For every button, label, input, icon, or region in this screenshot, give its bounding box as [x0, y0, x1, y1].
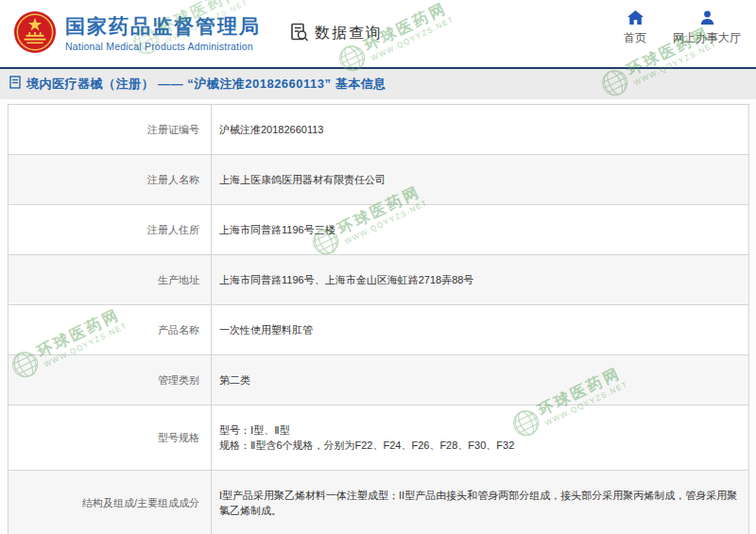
- row-value: 上海市同普路1196号三楼: [212, 205, 749, 255]
- row-label: 结构及组成/主要组成成分: [9, 471, 212, 534]
- row-value-text: 型号：Ⅰ型、Ⅱ型 规格：Ⅱ型含6个规格，分别为F22、F24、F26、F28、F…: [219, 424, 514, 451]
- row-value-text: I型产品采用聚乙烯材料一体注塑成型；II型产品由接头和管身两部分组成，接头部分采…: [219, 490, 737, 516]
- table-row: 产品名称 一次性使用塑料肛管: [9, 305, 749, 355]
- site-header: 国家药品监督管理局 National Medical Products Admi…: [0, 0, 756, 69]
- row-label: 注册证编号: [9, 105, 212, 155]
- breadcrumb-text: 境内医疗器械（注册） —— “沪械注准20182660113” 基本信息: [26, 76, 387, 93]
- row-label-text: 注册人住所: [147, 224, 199, 235]
- row-value-text: 沪械注准20182660113: [219, 124, 323, 135]
- user-icon: [700, 10, 714, 27]
- document-search-icon: [289, 22, 310, 46]
- row-label: 产品名称: [9, 305, 212, 355]
- row-label-text: 注册证编号: [147, 124, 199, 135]
- nav-home-label: 首页: [624, 30, 646, 46]
- table-row: 注册人住所 上海市同普路1196号三楼: [9, 205, 749, 255]
- breadcrumb: 境内医疗器械（注册） —— “沪械注准20182660113” 基本信息: [0, 69, 756, 99]
- row-value: 型号：Ⅰ型、Ⅱ型 规格：Ⅱ型含6个规格，分别为F22、F24、F26、F28、F…: [212, 405, 749, 471]
- row-label-text: 管理类别: [158, 374, 199, 386]
- row-value: I型产品采用聚乙烯材料一体注塑成型；II型产品由接头和管身两部分组成，接头部分采…: [212, 471, 749, 534]
- registration-detail-table: 注册证编号 沪械注准20182660113 注册人名称 上海上医康鸽医用器材有限…: [8, 104, 748, 534]
- org-title-block: 国家药品监督管理局 National Medical Products Admi…: [65, 15, 261, 52]
- page: 国家药品监督管理局 National Medical Products Admi…: [0, 0, 756, 534]
- row-value-text: 第二类: [219, 374, 250, 386]
- detail-table-body: 注册证编号 沪械注准20182660113 注册人名称 上海上医康鸽医用器材有限…: [9, 105, 749, 534]
- org-name-zh: 国家药品监督管理局: [65, 15, 261, 38]
- row-label: 注册人住所: [9, 205, 212, 255]
- table-row: 管理类别 第二类: [9, 355, 749, 405]
- row-value: 第二类: [212, 355, 749, 405]
- table-row: 注册证编号 沪械注准20182660113: [9, 105, 749, 155]
- nav-service-hall[interactable]: 网上办事大厅: [673, 10, 741, 46]
- national-emblem-logo-icon: [13, 10, 57, 58]
- nav-home[interactable]: 首页: [624, 10, 646, 46]
- row-value-text: 上海市同普路1196号、上海市金山区海虹路2718弄88号: [219, 274, 473, 285]
- home-icon: [627, 10, 644, 27]
- nav-service-hall-label: 网上办事大厅: [673, 30, 741, 46]
- row-label-text: 型号规格: [158, 432, 199, 443]
- row-label: 管理类别: [9, 355, 212, 405]
- row-value-text: 上海上医康鸽医用器材有限责任公司: [219, 174, 386, 185]
- row-value-text: 上海市同普路1196号三楼: [219, 224, 335, 235]
- table-row: 型号规格 型号：Ⅰ型、Ⅱ型 规格：Ⅱ型含6个规格，分别为F22、F24、F26、…: [9, 405, 749, 471]
- row-label: 注册人名称: [9, 155, 212, 205]
- row-value: 上海上医康鸽医用器材有限责任公司: [212, 155, 749, 205]
- table-row: 生产地址 上海市同普路1196号、上海市金山区海虹路2718弄88号: [9, 255, 749, 305]
- top-nav: 首页 网上办事大厅: [624, 10, 741, 46]
- row-value: 沪械注准20182660113: [212, 105, 749, 155]
- row-value: 一次性使用塑料肛管: [212, 305, 749, 355]
- document-icon: [9, 76, 21, 93]
- table-row: 注册人名称 上海上医康鸽医用器材有限责任公司: [9, 155, 749, 205]
- row-label-text: 生产地址: [158, 274, 199, 285]
- row-label-text: 产品名称: [158, 324, 199, 336]
- row-label-text: 结构及组成/主要组成成分: [82, 497, 199, 508]
- data-query-label: 数据查询: [315, 24, 383, 43]
- row-label: 生产地址: [9, 255, 212, 305]
- table-row: 结构及组成/主要组成成分 I型产品采用聚乙烯材料一体注塑成型；II型产品由接头和…: [9, 471, 749, 534]
- row-value: 上海市同普路1196号、上海市金山区海虹路2718弄88号: [212, 255, 749, 305]
- row-label-text: 注册人名称: [147, 174, 199, 185]
- row-label: 型号规格: [9, 405, 212, 471]
- data-query-tab[interactable]: 数据查询: [289, 22, 383, 46]
- org-name-en: National Medical Products Administration: [65, 41, 261, 52]
- row-value-text: 一次性使用塑料肛管: [219, 324, 313, 336]
